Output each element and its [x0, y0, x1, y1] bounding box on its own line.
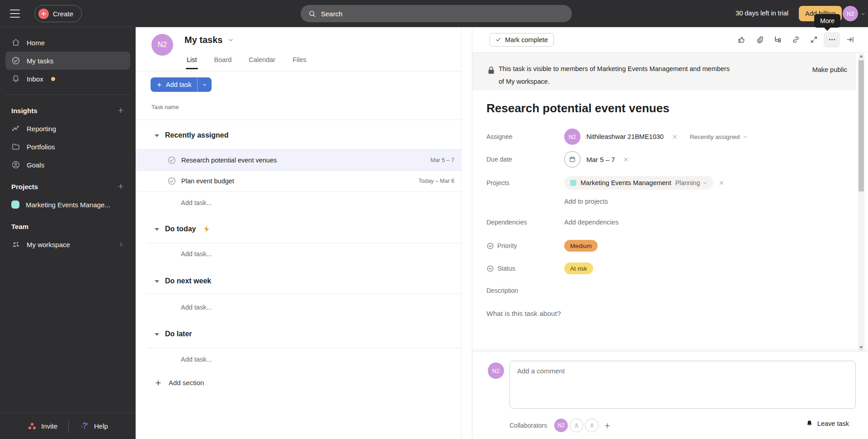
scroll-up-arrow[interactable]: [859, 55, 863, 57]
bell-icon: [806, 420, 813, 427]
collapse-triangle-icon[interactable]: [155, 228, 159, 231]
section-header-recently-assigned[interactable]: Recently assigned: [155, 131, 229, 139]
search-placeholder: Search: [321, 10, 343, 18]
priority-value-badge[interactable]: Medium: [564, 240, 598, 252]
more-actions-button[interactable]: [824, 32, 840, 48]
account-menu-chevron-icon[interactable]: [860, 11, 866, 17]
attach-button[interactable]: [751, 32, 768, 48]
task-name: Plan event budget: [181, 177, 419, 185]
fullscreen-button[interactable]: [806, 32, 822, 48]
column-header-task-name[interactable]: Task name: [151, 104, 179, 110]
add-project-icon[interactable]: [117, 183, 124, 190]
remove-due-date-button[interactable]: [623, 157, 629, 162]
sidebar-section-projects[interactable]: Projects: [5, 177, 130, 196]
description-placeholder[interactable]: What is this task about?: [486, 310, 561, 318]
sidebar-item-my-tasks[interactable]: My tasks: [5, 52, 130, 70]
sidebar-item-my-workspace[interactable]: My workspace: [5, 235, 130, 253]
sidebar-item-home[interactable]: Home: [5, 33, 130, 52]
assignee-avatar[interactable]: N2: [564, 129, 580, 145]
remove-assignee-button[interactable]: [672, 134, 678, 140]
add-subtask-button[interactable]: [769, 32, 786, 48]
footer-divider: [68, 420, 69, 432]
project-section-dropdown[interactable]: Planning: [675, 179, 708, 186]
section-title: Recently assigned: [165, 131, 229, 139]
mark-complete-button[interactable]: Mark complete: [490, 33, 554, 47]
project-chip[interactable]: Marketing Events Management Planning: [564, 176, 713, 190]
collaborators-row: Collaborators N2: [509, 419, 611, 432]
calendar-icon[interactable]: [564, 151, 580, 167]
lightning-bolt-icon: [203, 225, 211, 233]
task-due-date: Today – Mar 6: [419, 178, 454, 184]
topbar: Create Search 30 days left in trial Add …: [0, 0, 868, 27]
sidebar-item-portfolios[interactable]: Portfolios: [5, 138, 130, 156]
sidebar-item-inbox[interactable]: Inbox: [5, 70, 130, 88]
sidebar-footer: Invite Help: [0, 413, 136, 439]
sidebar-item-reporting[interactable]: Reporting: [5, 119, 130, 138]
add-task-inline[interactable]: Add task...: [181, 199, 212, 206]
add-dependencies-button[interactable]: Add dependencies: [564, 219, 618, 226]
x-icon: [672, 134, 678, 140]
chevron-down-icon: [743, 134, 748, 139]
leave-task-button[interactable]: Leave task: [806, 420, 849, 427]
priority-field: Priority Medium: [486, 240, 598, 252]
copy-link-button[interactable]: [788, 32, 804, 48]
help-sparkle-icon: [80, 421, 90, 431]
collapse-triangle-icon[interactable]: [155, 134, 159, 137]
add-section-button[interactable]: Add section: [155, 379, 204, 387]
collapse-triangle-icon[interactable]: [155, 280, 159, 283]
assignee-section-dropdown[interactable]: Recently assigned: [690, 134, 748, 140]
sidebar-item-goals[interactable]: Goals: [5, 156, 130, 174]
sidebar-section-insights[interactable]: Insights: [5, 101, 130, 119]
tab-board[interactable]: Board: [214, 56, 232, 63]
sidebar-toggle-button[interactable]: [10, 7, 24, 20]
add-task-inline[interactable]: Add task...: [181, 356, 212, 363]
task-name: Research potential event venues: [181, 157, 430, 164]
user-avatar[interactable]: N2: [843, 6, 858, 21]
invite-button[interactable]: Invite: [28, 422, 57, 431]
project-section-label: Planning: [675, 179, 700, 186]
status-value-badge[interactable]: At risk: [564, 262, 593, 274]
detail-scrollbar[interactable]: [858, 53, 864, 351]
tab-files[interactable]: Files: [292, 56, 307, 63]
search-input[interactable]: Search: [301, 5, 572, 22]
section-header-do-today[interactable]: Do today: [155, 225, 211, 233]
create-button[interactable]: Create: [34, 5, 82, 22]
complete-check-icon[interactable]: [167, 156, 176, 165]
scroll-down-arrow[interactable]: [859, 346, 863, 349]
collapse-triangle-icon[interactable]: [155, 333, 159, 336]
add-task-inline[interactable]: Add task...: [181, 304, 212, 311]
home-icon: [11, 38, 20, 47]
sidebar-item-project-marketing[interactable]: Marketing Events Manage...: [5, 196, 130, 214]
chevron-down-icon: [703, 181, 708, 186]
help-button[interactable]: Help: [80, 421, 108, 431]
close-panel-button[interactable]: [842, 32, 858, 48]
task-title[interactable]: Research potential event venues: [486, 101, 670, 115]
collaborator-placeholder-icon[interactable]: [585, 419, 599, 432]
comment-input[interactable]: [509, 361, 856, 409]
add-insight-icon[interactable]: [117, 107, 124, 114]
due-date-value[interactable]: Mar 5 – 7: [586, 156, 615, 163]
plus-icon: [155, 379, 162, 387]
add-task-inline[interactable]: Add task...: [181, 250, 212, 258]
add-to-projects-button[interactable]: Add to projects: [564, 198, 608, 205]
collaborator-avatar[interactable]: N2: [554, 419, 568, 432]
tab-list[interactable]: List: [187, 56, 197, 63]
add-task-button[interactable]: Add task: [151, 77, 212, 92]
complete-check-icon[interactable]: [167, 177, 176, 186]
create-button-label: Create: [53, 10, 73, 18]
task-row[interactable]: Plan event budget Today – Mar 6: [136, 171, 462, 192]
add-collaborator-button[interactable]: [604, 422, 611, 429]
like-button[interactable]: [733, 32, 750, 48]
scrollbar-thumb[interactable]: [859, 60, 864, 191]
collaborator-placeholder-icon[interactable]: [570, 419, 583, 432]
section-header-do-next-week[interactable]: Do next week: [155, 277, 211, 285]
remove-project-button[interactable]: [719, 180, 724, 186]
comment-section: N2 Collaborators N2 Leave task: [472, 351, 868, 439]
page-title[interactable]: My tasks: [184, 35, 234, 45]
tab-calendar[interactable]: Calendar: [249, 56, 275, 63]
task-row[interactable]: Research potential event venues Mar 5 – …: [136, 149, 462, 171]
add-task-dropdown[interactable]: [198, 77, 212, 92]
assignee-name[interactable]: Nithileashwar 21BME1030: [586, 133, 664, 140]
section-header-do-later[interactable]: Do later: [155, 330, 192, 338]
make-public-button[interactable]: Make public: [812, 66, 847, 73]
